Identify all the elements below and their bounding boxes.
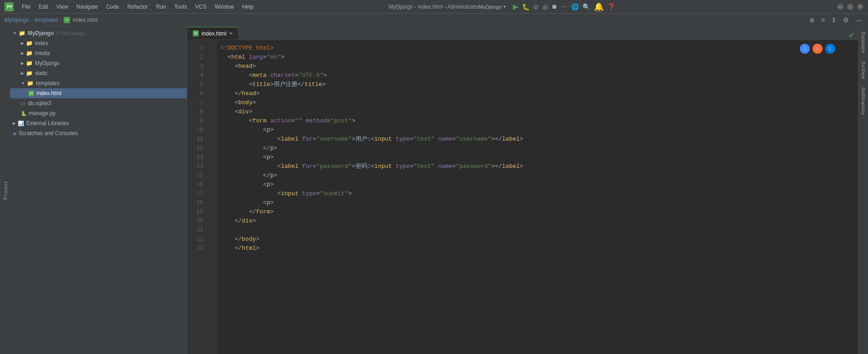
tree-item-manage[interactable]: 🐍 manage.py bbox=[10, 108, 187, 118]
sciview-panel-icon[interactable]: SciView bbox=[860, 58, 867, 83]
menu-bar: File Edit View Navigate Code Refactor Ru… bbox=[18, 3, 257, 11]
breadcrumb-bar: MyDjango › templates › H index.html ⊕ ≡ … bbox=[0, 14, 868, 26]
tab-close-button[interactable]: ✕ bbox=[229, 31, 233, 36]
tree-item-mydjango[interactable]: ▶ 📁 MyDjango bbox=[10, 58, 187, 68]
menu-help[interactable]: Help bbox=[239, 3, 257, 11]
code-editor[interactable]: G F E 1234567891011121314151617181920212… bbox=[187, 40, 858, 354]
edge-icon[interactable]: E bbox=[825, 44, 835, 54]
settings-button[interactable]: ⚙ bbox=[841, 15, 851, 25]
root-path: D:\MyDjango bbox=[56, 30, 85, 36]
scratches-icon: ◈ bbox=[13, 131, 16, 137]
right-side-panels: Database SciView Notifications bbox=[858, 26, 868, 354]
breadcrumb-file[interactable]: index.html bbox=[73, 17, 98, 23]
media-folder-icon: 📁 bbox=[26, 50, 33, 56]
run-config-name: MyDjango bbox=[479, 4, 502, 10]
index-folder-name: index bbox=[35, 40, 48, 46]
menu-vcs[interactable]: VCS bbox=[191, 3, 210, 11]
code-content[interactable]: <!DOCTYPE html> <html lang="en"> <head> … bbox=[217, 40, 858, 354]
mydjango-folder-name: MyDjango bbox=[35, 60, 60, 66]
chrome-icon[interactable]: G bbox=[800, 44, 810, 54]
root-chevron: ▼ bbox=[13, 31, 17, 35]
tab-label: index.html bbox=[201, 30, 226, 37]
tree-item-media[interactable]: ▶ 📁 media bbox=[10, 48, 187, 58]
tree-item-index[interactable]: ▶ 📁 index bbox=[10, 38, 187, 48]
profile-button[interactable]: ◎ bbox=[542, 3, 548, 10]
menu-window[interactable]: Window bbox=[211, 3, 238, 11]
mydjango-folder-icon: 📁 bbox=[26, 60, 33, 66]
new-file-button[interactable]: ⊕ bbox=[808, 15, 817, 25]
translate-button[interactable]: 🌐 bbox=[571, 3, 579, 10]
menu-navigate[interactable]: Navigate bbox=[73, 3, 101, 11]
run-button[interactable]: ▶ bbox=[513, 2, 518, 11]
project-panel: ▼ 📁 MyDjango D:\MyDjango ▶ 📁 index ▶ 📁 m… bbox=[10, 26, 187, 354]
manage-file-name: manage.py bbox=[29, 110, 55, 116]
menu-code[interactable]: Code bbox=[102, 3, 123, 11]
tree-item-templates[interactable]: ▼ 📁 templates bbox=[10, 78, 187, 88]
external-libraries-label: External Libraries bbox=[26, 120, 69, 126]
tree-item-index-html[interactable]: H index.html bbox=[10, 88, 187, 98]
index-folder-icon: 📁 bbox=[26, 40, 33, 46]
breadcrumb-toolbar: ⊕ ≡ ⇕ ⚙ — bbox=[808, 15, 863, 25]
main-layout: Project ▼ 📁 MyDjango D:\MyDjango ▶ 📁 ind… bbox=[0, 26, 868, 354]
app-logo: PY bbox=[5, 2, 14, 11]
db-file-name: db.sqlite3 bbox=[28, 100, 51, 106]
help-button[interactable]: ❓ bbox=[607, 3, 615, 10]
database-panel-icon[interactable]: Database bbox=[860, 28, 867, 57]
collapse-all-button[interactable]: ⇕ bbox=[829, 15, 838, 25]
run-more-button[interactable]: ⋯ bbox=[561, 3, 567, 10]
index-html-name: index.html bbox=[36, 90, 61, 96]
breadcrumb-file-icon: H bbox=[64, 17, 70, 23]
menu-tools[interactable]: Tools bbox=[171, 3, 191, 11]
media-chevron: ▶ bbox=[21, 51, 24, 56]
menu-run[interactable]: Run bbox=[152, 3, 170, 11]
extlibs-icon: 📊 bbox=[18, 121, 24, 126]
menu-refactor[interactable]: Refactor bbox=[124, 3, 151, 11]
mydjango-chevron: ▶ bbox=[21, 61, 24, 66]
db-file-icon: 🗃 bbox=[21, 101, 25, 106]
tree-item-static[interactable]: ▶ 📁 static bbox=[10, 68, 187, 78]
notifications-button[interactable]: 🔔 bbox=[594, 2, 604, 12]
run-stop-button[interactable]: ⏹ bbox=[552, 3, 557, 10]
root-folder-icon: 📁 bbox=[19, 30, 25, 36]
editor-area: H index.html ✕ ✓ G F E 12345678910111213… bbox=[187, 26, 858, 354]
fold-gutter: −−−−− bbox=[208, 40, 217, 354]
search-everywhere-button[interactable]: 🔍 bbox=[582, 3, 590, 10]
scratches-label: Scratches and Consoles bbox=[19, 130, 78, 137]
breadcrumb-project[interactable]: MyDjango bbox=[5, 17, 29, 23]
breadcrumb: MyDjango › templates › H index.html bbox=[5, 17, 98, 23]
coverage-button[interactable]: ⊙ bbox=[533, 3, 539, 10]
tab-file-icon: H bbox=[193, 30, 199, 36]
breadcrumb-folder[interactable]: templates bbox=[35, 17, 58, 23]
tab-index-html[interactable]: H index.html ✕ bbox=[187, 27, 239, 40]
window-minimize[interactable]: — bbox=[837, 4, 843, 10]
line-numbers: 1234567891011121314151617181920212223 bbox=[187, 40, 208, 354]
tab-bar: H index.html ✕ ✓ bbox=[187, 26, 858, 40]
menu-file[interactable]: File bbox=[18, 3, 34, 11]
title-bar-left: PY File Edit View Navigate Code Refactor… bbox=[5, 2, 257, 11]
window-maximize[interactable]: □ bbox=[847, 4, 853, 10]
menu-view[interactable]: View bbox=[53, 3, 72, 11]
notifications-panel-icon[interactable]: Notifications bbox=[860, 84, 867, 119]
static-folder-icon: 📁 bbox=[26, 70, 33, 76]
title-bar: PY File Edit View Navigate Code Refactor… bbox=[0, 0, 868, 14]
window-close[interactable]: ✕ bbox=[857, 4, 863, 10]
templates-folder-icon: 📁 bbox=[27, 80, 34, 86]
debug-button[interactable]: 🐛 bbox=[522, 3, 530, 10]
extlibs-chevron: ▶ bbox=[13, 121, 16, 126]
templates-folder-name: templates bbox=[36, 80, 60, 86]
structure-button[interactable]: ≡ bbox=[819, 15, 827, 25]
menu-edit[interactable]: Edit bbox=[35, 3, 52, 11]
window-title: MyDjango - index.html - Administrator bbox=[388, 4, 479, 10]
hide-panel-button[interactable]: — bbox=[853, 15, 863, 25]
static-folder-name: static bbox=[35, 70, 48, 76]
firefox-icon[interactable]: F bbox=[813, 44, 823, 54]
templates-chevron: ▼ bbox=[21, 81, 25, 86]
tree-item-scratches[interactable]: ◈ Scratches and Consoles bbox=[10, 128, 187, 138]
browser-icons: G F E bbox=[800, 44, 835, 54]
tree-root[interactable]: ▼ 📁 MyDjango D:\MyDjango bbox=[10, 28, 187, 38]
file-tree: ▼ 📁 MyDjango D:\MyDjango ▶ 📁 index ▶ 📁 m… bbox=[10, 26, 187, 354]
tree-item-db[interactable]: 🗃 db.sqlite3 bbox=[10, 98, 187, 108]
tree-item-external-libs[interactable]: ▶ 📊 External Libraries bbox=[10, 118, 187, 128]
project-panel-label[interactable]: Project bbox=[0, 26, 10, 354]
run-config-dropdown-icon[interactable]: ▾ bbox=[503, 4, 506, 9]
